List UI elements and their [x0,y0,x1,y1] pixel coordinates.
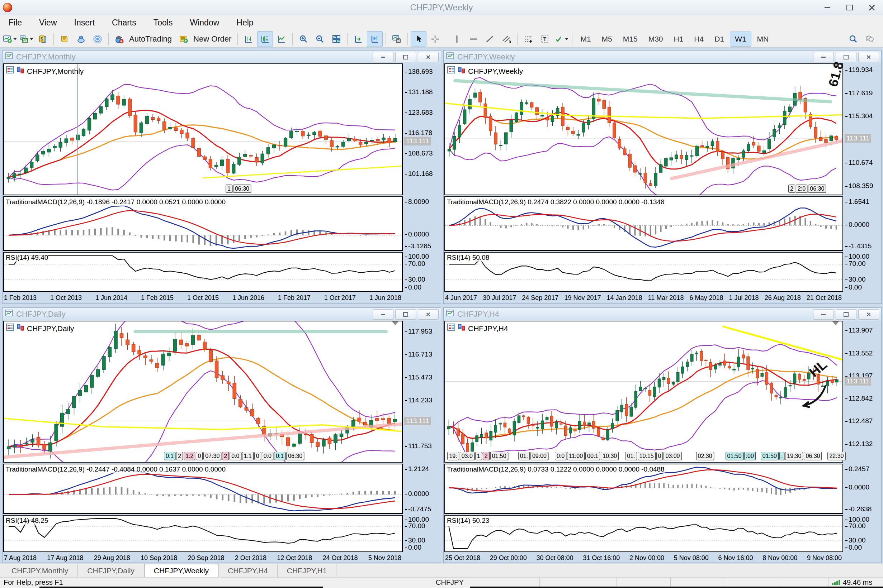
window-restore-button[interactable] [838,0,861,15]
time-tag[interactable]: :00 [744,452,756,460]
time-tag[interactable]: 19:30 [785,452,803,460]
time-tag[interactable]: 01:50 [490,452,508,460]
rsi-pane-daily[interactable]: RSI(14) 48.25 [3,515,403,552]
chart-window-caption[interactable]: CHFJPY,Weekly [444,51,881,63]
tab-chfjpy-h4[interactable]: CHFJPY,H4 [218,564,278,577]
time-tag[interactable]: 2 [483,452,490,460]
chart-minimize-button[interactable] [813,309,834,320]
text-tool-button[interactable]: T [537,31,553,47]
timeframe-m30-button[interactable]: M30 [644,32,668,46]
templates-button[interactable] [389,31,405,47]
bars-icon[interactable] [16,323,25,331]
time-tag[interactable]: 2:0 [796,184,807,193]
timeframe-m15-button[interactable]: M15 [618,32,643,46]
timeframe-d1-button[interactable]: D1 [709,32,729,46]
price-scale-h4[interactable]: 113.907113.552113.197112.842112.487112.1… [844,321,880,562]
timeframe-w1-button[interactable]: W1 [730,32,751,46]
timeframe-m1-button[interactable]: M1 [575,32,596,46]
bars-icon[interactable] [457,323,466,331]
new-chart-button-caret[interactable] [13,38,17,40]
quotes-table-icon[interactable] [447,323,456,331]
quotes-table-icon[interactable] [6,323,14,331]
chart-shift-button[interactable] [367,31,383,47]
chart-minimize-button[interactable] [373,52,393,62]
time-tag[interactable]: 1 [475,452,482,460]
chart-close-button[interactable] [418,52,439,62]
time-tag[interactable]: : [779,452,784,460]
time-axis-monthly[interactable]: 1 Feb 20131 Oct 20131 Jun 20141 Feb 2015… [3,293,403,302]
vertical-line-tool-button[interactable] [449,31,465,47]
cursor-tool-button[interactable] [411,31,426,47]
time-tag[interactable]: 10:30 [601,452,619,460]
time-tag[interactable]: 2 [176,452,183,460]
time-tag[interactable]: 0 [254,452,261,460]
macd-pane-h4[interactable]: TraditionalMACD(12,26,9) 0.0733 0.1222 0… [444,464,843,514]
menu-insert[interactable]: Insert [66,16,104,29]
rsi-pane-monthly[interactable]: RSI(14) 49.40 [3,252,403,292]
time-tag[interactable]: 0:0 [230,452,241,460]
menu-charts[interactable]: Charts [103,16,145,29]
time-tag[interactable]: 02:30 [696,452,714,460]
time-tag[interactable]: 1:2 [184,452,195,460]
price-scale-weekly[interactable]: 119.934117.619115.304110.674108.359113.1… [844,63,880,303]
scroll-to-end-marker[interactable] [832,321,839,326]
community-chat-button[interactable] [862,31,878,47]
time-tag[interactable]: 06:30 [808,184,826,193]
time-tag[interactable]: 0:1 [164,452,175,460]
time-tag[interactable]: 1 [226,184,232,193]
bars-icon[interactable] [457,66,466,74]
horizontal-line-tool-button[interactable] [466,31,481,47]
new-order-label[interactable]: New Order [193,34,231,44]
price-scale-monthly[interactable]: 138.693131.188123.683116.178108.673101.1… [403,63,440,303]
profiles-button[interactable] [18,31,34,47]
time-tag[interactable]: 10:15 [638,452,656,460]
time-tag[interactable]: 06:30 [804,452,822,460]
time-tag[interactable]: 19: [447,452,459,460]
strategy-tester-button[interactable] [90,31,105,47]
macd-pane-monthly[interactable]: TraditionalMACD(12,26,9) -0.1896 -0.2417… [3,196,403,251]
bars-icon[interactable] [16,66,25,74]
price-pane-h4[interactable]: CHFJPY,H4HL19:03:01201:5001:09:000:011:0… [444,321,843,463]
chart-restore-button[interactable] [395,52,416,62]
quotes-table-icon[interactable] [6,66,14,74]
market-watch-button[interactable]: $ [35,31,51,47]
time-tag[interactable]: 00:1 [585,452,600,460]
time-axis-daily[interactable]: 7 Aug 201817 Aug 201829 Aug 201810 Sep 2… [3,553,403,562]
macd-pane-weekly[interactable]: TraditionalMACD(12,26,9) 0.2474 0.3822 0… [444,196,843,251]
chart-window-caption[interactable]: CHFJPY,Daily [3,308,441,321]
chart-close-button[interactable] [858,309,879,320]
timeframe-h1-button[interactable]: H1 [669,32,689,46]
scroll-to-end-marker[interactable] [392,321,399,326]
quotes-table-icon[interactable] [447,66,456,74]
time-tag[interactable]: 22:30 [827,452,845,460]
time-tag[interactable]: 1:1 [242,452,254,460]
autotrading-label[interactable]: AutoTrading [129,34,172,44]
tab-chfjpy-daily[interactable]: CHFJPY,Daily [78,564,144,577]
chart-restore-button[interactable] [836,52,856,62]
timeframe-m5-button[interactable]: M5 [597,32,617,46]
price-pane-monthly[interactable]: CHFJPY,Monthly106:30 [3,63,403,195]
bar-chart-button[interactable] [241,31,256,47]
profiles-button-caret[interactable] [30,38,33,40]
time-tag[interactable]: 01: [625,452,636,460]
timeframe-mn-button[interactable]: MN [752,32,774,46]
arrows-tool-button[interactable] [554,31,569,47]
channel-tool-button[interactable]: E [498,31,514,47]
price-scale-daily[interactable]: 117.953116.713115.473114.233111.753113.1… [403,321,440,562]
time-tag[interactable]: 03:0 [460,452,474,460]
history-center-button[interactable] [57,31,72,47]
chart-window-caption[interactable]: CHFJPY,Monthly [3,51,441,63]
time-tag[interactable]: 09:00 [531,452,548,460]
tile-windows-button[interactable] [328,31,344,47]
timeframe-h4-button[interactable]: H4 [689,32,709,46]
trendline-tool-button[interactable] [482,31,498,47]
time-tag[interactable]: 0:1 [274,452,286,460]
crosshair-tool-button[interactable] [427,31,443,47]
chart-close-button[interactable] [858,52,879,62]
menu-view[interactable]: View [30,16,65,29]
new-order-button[interactable] [176,31,191,47]
window-close-button[interactable] [861,0,883,15]
price-pane-weekly[interactable]: CHFJPY,Weekly61.822:006:30 [444,63,843,195]
time-tag[interactable]: 2 [788,184,795,193]
macd-pane-daily[interactable]: TraditionalMACD(12,26,9) -0.2447 -0.4084… [3,464,403,514]
